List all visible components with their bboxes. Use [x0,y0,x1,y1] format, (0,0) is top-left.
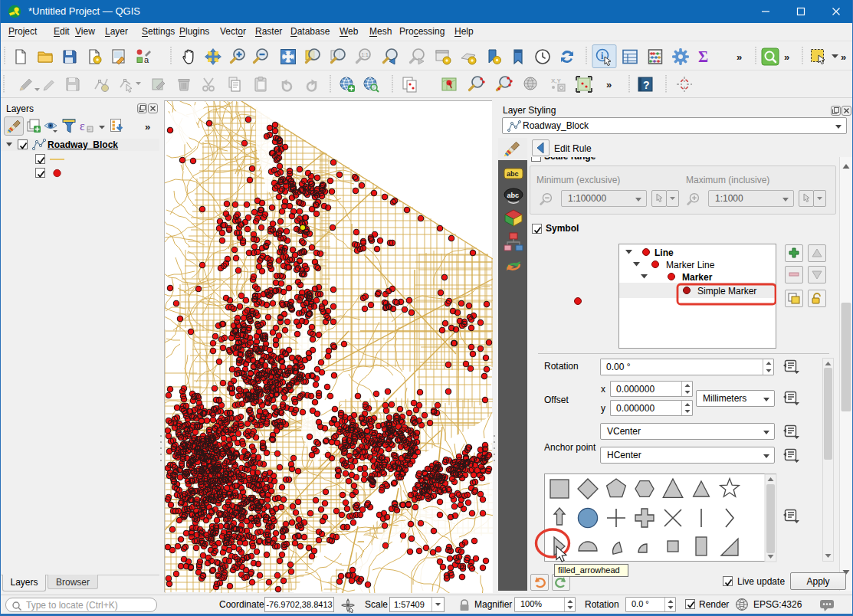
svg-text:»: » [784,51,789,63]
svg-text:»: » [606,79,612,90]
svg-text:»: » [841,51,846,63]
svg-text:»: » [145,121,150,133]
svg-text:Line: Line [655,247,674,258]
svg-text:?: ? [643,79,650,91]
svg-text:Simple Marker: Simple Marker [697,286,756,297]
svg-text:ε: ε [80,120,85,133]
svg-text:a: a [144,55,149,64]
svg-text:»: » [737,51,742,63]
svg-text:1:1: 1:1 [362,52,369,57]
svg-text:abc: abc [507,192,520,199]
svg-text:abc: abc [507,170,519,178]
svg-text:X,Y: X,Y [551,77,562,84]
svg-text:Marker Line: Marker Line [666,260,715,270]
svg-text:Σ: Σ [698,48,708,65]
svg-text:Marker: Marker [682,272,713,283]
